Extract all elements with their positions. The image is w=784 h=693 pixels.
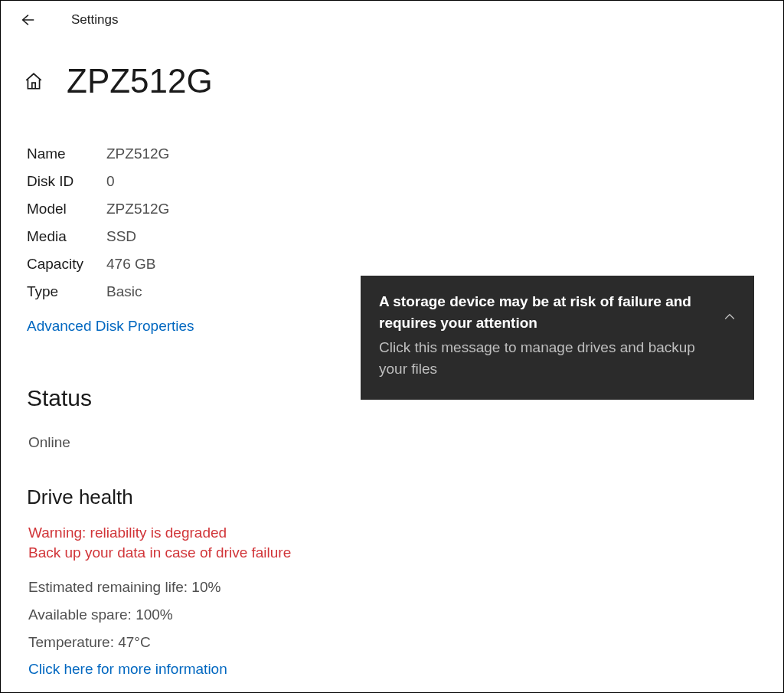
prop-label: Name	[27, 140, 106, 168]
metric-remaining-life: Estimated remaining life: 10%	[28, 574, 783, 601]
prop-row-media: Media SSD	[27, 223, 783, 250]
warning-line: Back up your data in case of drive failu…	[28, 543, 783, 563]
prop-value: ZPZ512G	[106, 195, 169, 223]
metric-available-spare: Available spare: 100%	[28, 601, 783, 629]
prop-label: Disk ID	[27, 168, 106, 195]
status-value: Online	[28, 434, 783, 451]
prop-row-name: Name ZPZ512G	[27, 140, 783, 168]
prop-row-diskid: Disk ID 0	[27, 168, 783, 195]
storage-risk-toast[interactable]: A storage device may be at risk of failu…	[361, 276, 754, 400]
prop-value: SSD	[106, 223, 136, 250]
home-icon[interactable]	[24, 71, 44, 91]
prop-value: Basic	[106, 278, 142, 306]
back-arrow-icon[interactable]	[19, 11, 36, 28]
prop-value: 476 GB	[106, 250, 155, 278]
chevron-up-icon[interactable]	[722, 309, 737, 325]
page-title: ZPZ512G	[67, 62, 213, 100]
drive-health-heading: Drive health	[27, 485, 783, 509]
drive-health-warning: Warning: reliability is degraded Back up…	[28, 523, 783, 563]
warning-line: Warning: reliability is degraded	[28, 523, 783, 543]
prop-value: ZPZ512G	[106, 140, 169, 168]
metric-temperature: Temperature: 47°C	[28, 629, 783, 656]
settings-label: Settings	[71, 12, 118, 28]
prop-label: Type	[27, 278, 106, 306]
toast-title: A storage device may be at risk of failu…	[379, 291, 710, 334]
prop-label: Model	[27, 195, 106, 223]
toast-body: Click this message to manage drives and …	[379, 337, 710, 380]
more-information-link[interactable]: Click here for more information	[28, 661, 783, 678]
prop-row-capacity: Capacity 476 GB	[27, 250, 783, 278]
prop-label: Media	[27, 223, 106, 250]
prop-label: Capacity	[27, 250, 106, 278]
prop-row-model: Model ZPZ512G	[27, 195, 783, 223]
prop-value: 0	[106, 168, 115, 195]
